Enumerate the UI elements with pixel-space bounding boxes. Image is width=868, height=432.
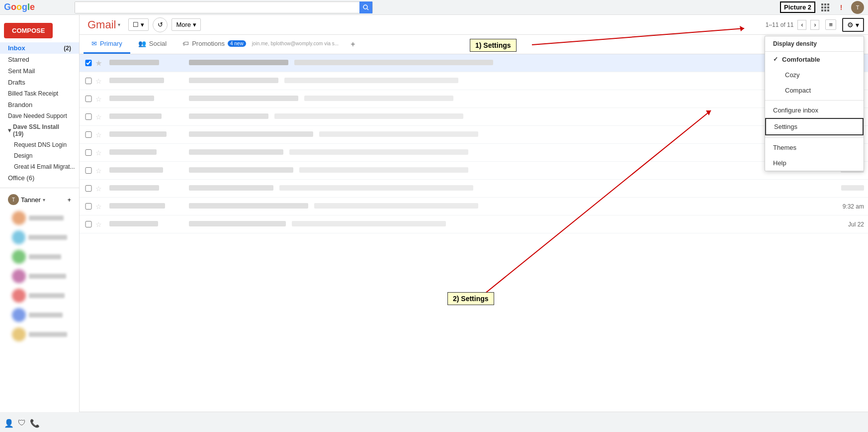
star-icon[interactable]: ☆	[95, 149, 105, 157]
chat-user-3[interactable]	[8, 248, 71, 266]
sidebar-item-sent[interactable]: Sent Mail	[0, 65, 79, 77]
footer: 0.31 GB (2%) of 15 GB used Manage Terms …	[80, 412, 868, 412]
sidebar-item-dave-support[interactable]: Dave Needed Support	[0, 110, 79, 121]
table-row[interactable]: ★	[80, 54, 868, 72]
drafts-label: Drafts	[8, 79, 25, 86]
sidebar: COMPOSE Inbox (2) Starred Sent Mail Draf…	[0, 15, 80, 412]
notifications-icon[interactable]: !	[835, 1, 847, 13]
email-checkbox[interactable]	[84, 203, 93, 210]
email-checkbox[interactable]	[84, 96, 93, 102]
chat-user-4[interactable]	[8, 267, 71, 285]
apps-icon[interactable]	[819, 1, 831, 13]
sidebar-item-drafts[interactable]: Drafts	[0, 77, 79, 88]
sidebar-item-dave-ssl[interactable]: ▾ Dave SSL Install (19)	[0, 121, 79, 139]
sidebar-item-inbox[interactable]: Inbox (2)	[0, 42, 79, 54]
settings-option[interactable]: Settings	[765, 118, 864, 135]
cozy-option[interactable]: Cozy	[765, 67, 864, 83]
table-row[interactable]: ☆ 9:32 am	[80, 198, 868, 216]
tab-primary[interactable]: ✉ Primary	[84, 35, 130, 54]
table-row[interactable]: ☆	[80, 90, 868, 108]
search-icon	[363, 4, 369, 10]
dave-support-label: Dave Needed Support	[8, 112, 67, 119]
comfortable-option[interactable]: ✓ Comfortable	[765, 52, 864, 67]
themes-option[interactable]: Themes	[765, 140, 864, 155]
brandon-label: Brandon	[8, 101, 32, 108]
sidebar-item-great-i4[interactable]: Great i4 Email Migrat...	[0, 161, 79, 172]
more-label: More	[176, 21, 191, 28]
star-icon[interactable]: ☆	[95, 203, 105, 211]
more-caret-icon: ▾	[193, 21, 196, 28]
list-view-button[interactable]: ≡	[825, 19, 836, 30]
add-tab-button[interactable]: +	[347, 40, 359, 49]
next-page-button[interactable]: ›	[810, 20, 819, 30]
email-checkbox[interactable]	[84, 221, 93, 227]
email-sender	[109, 149, 189, 156]
table-row[interactable]: ☆	[80, 144, 868, 162]
gmail-caret[interactable]: ▾	[118, 22, 120, 27]
star-icon[interactable]: ☆	[95, 167, 105, 175]
sidebar-item-starred[interactable]: Starred	[0, 54, 79, 65]
more-button[interactable]: More ▾	[172, 18, 201, 31]
tab-social[interactable]: 👥 Social	[130, 35, 174, 54]
sidebar-item-office[interactable]: Office (6)	[0, 172, 79, 184]
sidebar-item-design[interactable]: Design	[0, 150, 79, 161]
table-row[interactable]: ☆	[80, 180, 868, 198]
sidebar-item-billed[interactable]: Billed Task Receipt	[0, 88, 79, 99]
sidebar-item-request-dns[interactable]: Request DNS Login	[0, 139, 79, 150]
email-subject	[189, 113, 836, 120]
user-avatar[interactable]: T	[851, 1, 864, 14]
prev-page-button[interactable]: ‹	[797, 20, 806, 30]
tanner-label: Tanner	[21, 196, 41, 204]
compose-button[interactable]: COMPOSE	[4, 23, 53, 38]
email-checkbox[interactable]	[84, 60, 93, 66]
email-time-jul22: Jul 22	[848, 221, 864, 228]
chat-user-1[interactable]	[8, 209, 71, 227]
chat-user-7[interactable]	[8, 325, 71, 343]
chat-name-3	[29, 254, 61, 259]
table-row[interactable]: ☆ Jul 22	[80, 216, 868, 233]
star-icon[interactable]: ☆	[95, 95, 105, 103]
star-icon[interactable]: ☆	[95, 77, 105, 85]
sidebar-item-brandon[interactable]: Brandon	[0, 99, 79, 110]
chat-user-5[interactable]	[8, 287, 71, 305]
star-icon[interactable]: ☆	[95, 185, 105, 193]
email-checkbox[interactable]	[84, 113, 93, 120]
star-icon[interactable]: ☆	[95, 113, 105, 121]
table-row[interactable]: ☆	[80, 126, 868, 144]
star-icon[interactable]: ☆	[95, 220, 105, 228]
email-checkbox[interactable]	[84, 131, 93, 138]
chat-user-6[interactable]	[8, 306, 71, 324]
email-checkbox[interactable]	[84, 167, 93, 174]
table-row[interactable]: ☆	[80, 72, 868, 90]
table-row[interactable]: ☆	[80, 108, 868, 126]
add-chat-icon[interactable]: +	[67, 196, 71, 204]
office-label: Office (6)	[8, 174, 34, 182]
help-option[interactable]: Help	[765, 155, 864, 171]
view-buttons: ≡	[825, 19, 836, 30]
table-row[interactable]: ☆	[80, 162, 868, 180]
configure-inbox-option[interactable]: Configure inbox	[765, 103, 864, 118]
expand-arrow: ▾	[8, 127, 11, 134]
svg-rect-8	[821, 9, 823, 11]
checkbox-dropdown[interactable]: ☐ ▾	[128, 18, 149, 31]
dropdown-divider-2	[765, 137, 864, 138]
tab-promotions[interactable]: 🏷 Promotions 4 new join.me, bplothow@wom…	[174, 35, 347, 54]
email-subject	[189, 220, 844, 228]
settings-gear-button[interactable]: ⚙ ▾	[842, 18, 864, 32]
star-icon[interactable]: ★	[95, 59, 105, 67]
email-sender	[109, 131, 189, 138]
dave-ssl-label: Dave SSL Install (19)	[13, 123, 71, 137]
tanner-caret[interactable]: ▾	[43, 197, 45, 203]
email-checkbox[interactable]	[84, 78, 93, 84]
search-button[interactable]	[359, 1, 372, 13]
compact-option[interactable]: Compact	[765, 83, 864, 98]
email-checkbox[interactable]	[84, 185, 93, 192]
star-icon[interactable]: ☆	[95, 131, 105, 139]
search-input[interactable]	[75, 2, 359, 13]
promotions-icon: 🏷	[182, 40, 189, 47]
chat-avatar-7	[12, 327, 26, 341]
email-checkbox[interactable]	[84, 149, 93, 156]
chat-avatar-6	[12, 308, 26, 322]
chat-user-2[interactable]	[8, 228, 71, 246]
refresh-button[interactable]: ↺	[153, 17, 168, 32]
